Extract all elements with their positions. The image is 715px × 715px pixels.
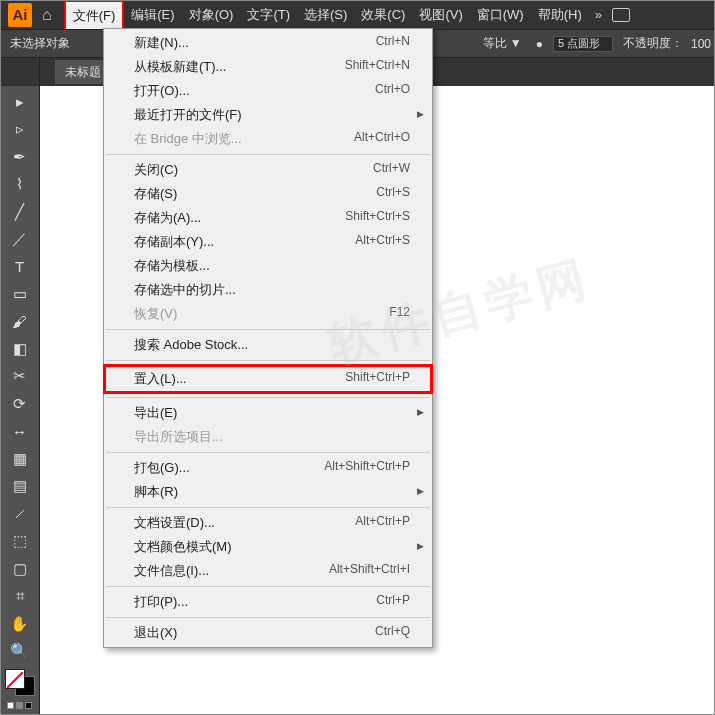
menu-item-shortcut: Alt+Shift+Ctrl+I <box>329 562 410 580</box>
menu-separator <box>106 329 430 330</box>
menu-item-2[interactable]: 对象(O) <box>182 0 241 29</box>
opacity-value[interactable]: 100 <box>691 37 711 51</box>
menu-item-8[interactable]: 帮助(H) <box>531 0 589 29</box>
menu-item-shortcut: Alt+Ctrl+O <box>354 130 410 148</box>
menu-item-label: 存储副本(Y)... <box>134 233 214 251</box>
home-icon[interactable]: ⌂ <box>42 6 52 24</box>
menu-separator <box>106 397 430 398</box>
artboard-tool[interactable]: ▢ <box>2 556 38 581</box>
slice-tool[interactable]: ⌗ <box>2 583 38 608</box>
file-menu-item[interactable]: 搜索 Adobe Stock... <box>104 333 432 357</box>
eraser-tool[interactable]: ◧ <box>2 336 38 361</box>
menu-item-1[interactable]: 编辑(E) <box>124 0 181 29</box>
eyedropper-tool[interactable]: ⟋ <box>2 501 38 526</box>
menu-item-label: 文档设置(D)... <box>134 514 215 532</box>
gradient-tool[interactable]: ▤ <box>2 474 38 499</box>
file-menu-item[interactable]: 从模板新建(T)...Shift+Ctrl+N <box>104 55 432 79</box>
file-menu-item[interactable]: 打包(G)...Alt+Shift+Ctrl+P <box>104 456 432 480</box>
workspace-icon[interactable] <box>612 8 630 22</box>
menu-separator <box>106 586 430 587</box>
file-menu-item[interactable]: 脚本(R) <box>104 480 432 504</box>
file-menu-item[interactable]: 新建(N)...Ctrl+N <box>104 31 432 55</box>
menu-separator <box>106 154 430 155</box>
file-menu-item[interactable]: 关闭(C)Ctrl+W <box>104 158 432 182</box>
menu-item-0[interactable]: 文件(F) <box>64 0 125 29</box>
file-menu-item[interactable]: 存储选中的切片... <box>104 278 432 302</box>
menu-item-shortcut: Ctrl+P <box>376 593 410 611</box>
file-menu-item[interactable]: 文档设置(D)...Alt+Ctrl+P <box>104 511 432 535</box>
file-menu-item: 在 Bridge 中浏览...Alt+Ctrl+O <box>104 127 432 151</box>
menu-item-label: 存储为模板... <box>134 257 210 275</box>
stroke-style-input[interactable] <box>553 36 613 52</box>
menu-separator <box>106 617 430 618</box>
paintbrush-tool[interactable]: 🖌 <box>2 309 38 334</box>
menu-item-shortcut: Shift+Ctrl+P <box>345 370 410 388</box>
menu-item-4[interactable]: 选择(S) <box>297 0 354 29</box>
menu-item-label: 最近打开的文件(F) <box>134 106 242 124</box>
pen-tool[interactable]: ✒ <box>2 144 38 169</box>
blend-tool[interactable]: ⬚ <box>2 529 38 554</box>
menu-item-shortcut: Ctrl+W <box>373 161 410 179</box>
menu-item-shortcut: Alt+Shift+Ctrl+P <box>324 459 410 477</box>
width-tool[interactable]: ↔ <box>2 419 38 444</box>
menu-item-label: 文档颜色模式(M) <box>134 538 232 556</box>
menu-item-label: 从模板新建(T)... <box>134 58 226 76</box>
file-menu-item[interactable]: 存储为模板... <box>104 254 432 278</box>
curvature-tool[interactable]: ⌇ <box>2 171 38 196</box>
file-menu-item[interactable]: 最近打开的文件(F) <box>104 103 432 127</box>
menu-item-label: 置入(L)... <box>134 370 187 388</box>
menu-item-label: 文件信息(I)... <box>134 562 209 580</box>
tool-gutter <box>0 58 40 86</box>
menu-separator <box>106 360 430 361</box>
menu-item-3[interactable]: 文字(T) <box>240 0 297 29</box>
file-menu-item[interactable]: 打开(O)...Ctrl+O <box>104 79 432 103</box>
menu-item-6[interactable]: 视图(V) <box>412 0 469 29</box>
menu-separator <box>106 452 430 453</box>
file-menu-item[interactable]: 退出(X)Ctrl+Q <box>104 621 432 645</box>
menu-item-7[interactable]: 窗口(W) <box>470 0 531 29</box>
file-menu-item[interactable]: 文档颜色模式(M) <box>104 535 432 559</box>
menu-item-label: 存储选中的切片... <box>134 281 236 299</box>
menu-item-label: 导出(E) <box>134 404 177 422</box>
menu-item-label: 新建(N)... <box>134 34 189 52</box>
menu-item-label: 存储(S) <box>134 185 177 203</box>
file-menu-item[interactable]: 打印(P)...Ctrl+P <box>104 590 432 614</box>
file-menu-item[interactable]: 文件信息(I)...Alt+Shift+Ctrl+I <box>104 559 432 583</box>
direct-select-tool[interactable]: ▹ <box>2 116 38 141</box>
menu-item-label: 打开(O)... <box>134 82 190 100</box>
menu-item-label: 打包(G)... <box>134 459 190 477</box>
brush-tool[interactable]: ／ <box>2 226 38 251</box>
line-tool[interactable]: ╱ <box>2 199 38 224</box>
mesh-tool[interactable]: ▦ <box>2 446 38 471</box>
type-tool[interactable]: T <box>2 254 38 279</box>
opt-ratio[interactable]: 等比 ▼ <box>483 35 522 52</box>
file-menu-dropdown: 新建(N)...Ctrl+N从模板新建(T)...Shift+Ctrl+N打开(… <box>103 28 433 648</box>
menu-item-shortcut: Alt+Ctrl+S <box>355 233 410 251</box>
scissors-tool[interactable]: ✂ <box>2 364 38 389</box>
menu-item-shortcut: Alt+Ctrl+P <box>355 514 410 532</box>
menu-item-label: 恢复(V) <box>134 305 177 323</box>
rectangle-tool[interactable]: ▭ <box>2 281 38 306</box>
zoom-tool[interactable]: 🔍 <box>2 638 38 663</box>
selection-tool[interactable]: ▸ <box>2 89 38 114</box>
menu-item-shortcut: Shift+Ctrl+N <box>345 58 410 76</box>
hand-tool[interactable]: ✋ <box>2 611 38 636</box>
menu-overflow-icon[interactable]: » <box>595 7 602 22</box>
file-menu-item[interactable]: 置入(L)...Shift+Ctrl+P <box>106 367 430 391</box>
file-menu-item[interactable]: 导出(E) <box>104 401 432 425</box>
file-menu-item: 恢复(V)F12 <box>104 302 432 326</box>
rotate-tool[interactable]: ⟳ <box>2 391 38 416</box>
tool-panel: ▸▹✒⌇╱／T▭🖌◧✂⟳↔▦▤⟋⬚▢⌗✋🔍 <box>0 86 40 715</box>
menu-item-shortcut: F12 <box>389 305 410 323</box>
draw-mode-icons[interactable] <box>7 702 32 709</box>
menu-item-5[interactable]: 效果(C) <box>354 0 412 29</box>
menu-item-label: 脚本(R) <box>134 483 178 501</box>
color-swatches[interactable] <box>5 669 35 696</box>
file-menu-item[interactable]: 存储(S)Ctrl+S <box>104 182 432 206</box>
menu-item-shortcut: Ctrl+S <box>376 185 410 203</box>
file-menu-item[interactable]: 存储副本(Y)...Alt+Ctrl+S <box>104 230 432 254</box>
top-menu-bar: Ai ⌂ 文件(F)编辑(E)对象(O)文字(T)选择(S)效果(C)视图(V)… <box>0 0 715 30</box>
file-menu-item[interactable]: 存储为(A)...Shift+Ctrl+S <box>104 206 432 230</box>
highlighted-menu-item: 置入(L)...Shift+Ctrl+P <box>103 364 433 394</box>
menu-item-shortcut: Ctrl+N <box>376 34 410 52</box>
